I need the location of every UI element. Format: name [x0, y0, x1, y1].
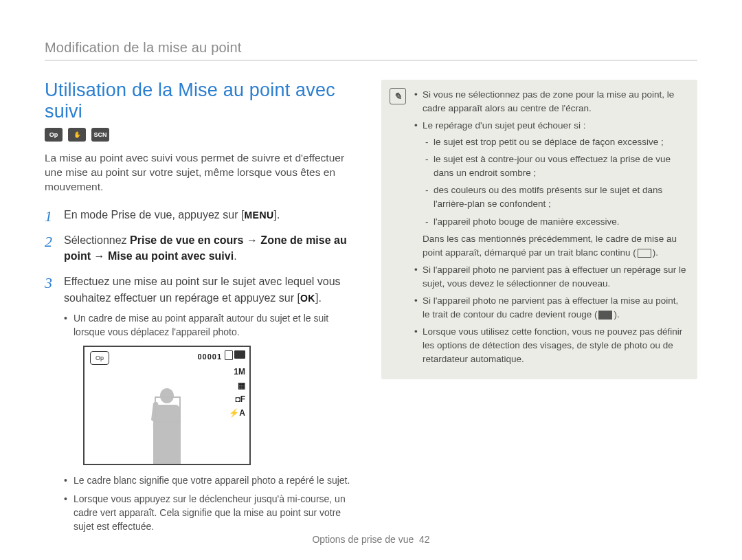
footer-label: Options de prise de vue — [312, 534, 414, 545]
note-box: ✎ Si vous ne sélectionnez pas de zone po… — [381, 80, 697, 379]
cam-side-1: 1M — [229, 368, 245, 376]
cam-side-4: ⚡A — [229, 409, 245, 417]
note-item-2-lead: Le repérage d'un sujet peut échouer si : — [423, 120, 586, 131]
focus-target-box — [155, 396, 181, 423]
cam-side-3: ◘F — [229, 395, 245, 403]
ok-button-label: OK — [300, 291, 315, 305]
page-title: Utilisation de la Mise au point avec sui… — [45, 80, 361, 122]
after-bullet-1: Le cadre blanc signifie que votre appare… — [64, 473, 361, 487]
menu-button-label: MENU — [244, 208, 273, 222]
step-3-bullet-1: Un cadre de mise au point apparaît autou… — [64, 311, 361, 339]
step-2: Sélectionnez Prise de vue en cours → Zon… — [45, 232, 361, 264]
red-frame-icon — [598, 311, 612, 320]
step-3: Effectuez une mise au point sur le sujet… — [45, 273, 361, 533]
note-sub-4: l'appareil photo bouge de manière excess… — [425, 215, 686, 229]
camera-counter: 00001 — [197, 352, 222, 363]
mode-icon-scene: SCN — [91, 128, 109, 142]
sd-card-icon — [225, 350, 233, 360]
note-sub-3: des couleurs ou des motifs présents sur … — [425, 183, 686, 210]
camera-preview: Op 00001 1M ▦ ◘F ⚡A — [83, 346, 251, 465]
footer-page-number: 42 — [419, 534, 430, 545]
steps-list: En mode Prise de vue, appuyez sur [MENU]… — [45, 207, 361, 534]
note-sub-2: le sujet est à contre-jour ou vous effec… — [425, 153, 686, 179]
step-2-text-b: . — [234, 250, 236, 262]
step-2-text-a: Sélectionnez — [64, 234, 130, 246]
battery-icon — [234, 350, 245, 359]
camera-mode-icon: Op — [90, 351, 109, 365]
after-bullet-2: Lorsque vous appuyez sur le déclencheur … — [64, 492, 361, 534]
step-1-text-b: ]. — [274, 209, 280, 221]
left-column: Utilisation de la Mise au point avec sui… — [45, 80, 361, 543]
intro-text: La mise au point avec suivi vous permet … — [45, 151, 361, 194]
note-item-3: Si l'appareil photo ne parvient pas à ef… — [414, 263, 686, 290]
step-1: En mode Prise de vue, appuyez sur [MENU]… — [45, 207, 361, 223]
note-item-4-a: Si l'appareil photo ne parvient pas à ef… — [423, 295, 678, 320]
cam-side-2: ▦ — [229, 381, 245, 390]
mode-icon-dual-is: ✋ — [68, 128, 86, 142]
white-frame-icon — [638, 249, 651, 258]
camera-side-icons: 1M ▦ ◘F ⚡A — [229, 368, 245, 417]
note-item-4: Si l'appareil photo ne parvient pas à ef… — [414, 294, 686, 321]
mode-icon-program: Op — [45, 128, 63, 142]
right-column: ✎ Si vous ne sélectionnez pas de zone po… — [381, 80, 697, 543]
note-item-4-b: ). — [614, 309, 619, 320]
after-bullets: Le cadre blanc signifie que votre appare… — [64, 473, 361, 533]
note-item-5: Lorsque vous utilisez cette fonction, vo… — [414, 325, 686, 366]
note-sub-post-b: ). — [653, 247, 658, 258]
breadcrumb: Modification de la mise au point — [45, 40, 697, 60]
mode-icons-row: Op ✋ SCN — [45, 128, 361, 142]
note-item-1: Si vous ne sélectionnez pas de zone pour… — [414, 88, 686, 115]
step-3-bullets: Un cadre de mise au point apparaît autou… — [64, 311, 361, 339]
step-1-text-a: En mode Prise de vue, appuyez sur [ — [64, 209, 244, 221]
step-3-text-a: Effectuez une mise au point sur le sujet… — [64, 276, 341, 303]
note-sub-1: le sujet est trop petit ou se déplace de… — [425, 135, 686, 149]
note-item-2: Le repérage d'un sujet peut échouer si :… — [414, 119, 686, 259]
step-3-text-b: ]. — [315, 292, 322, 304]
page-footer: Options de prise de vue 42 — [0, 534, 742, 545]
note-icon: ✎ — [390, 88, 406, 104]
